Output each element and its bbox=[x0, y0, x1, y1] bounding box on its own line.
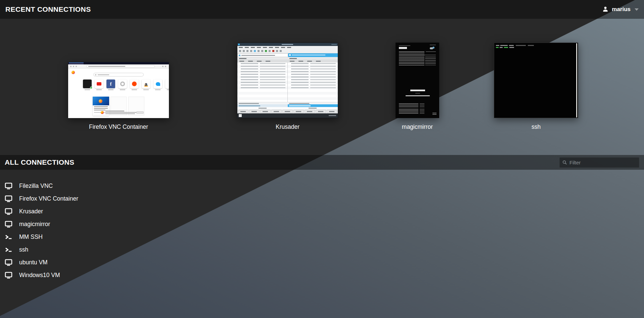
wikipedia-tile bbox=[118, 80, 127, 88]
terminal-tile bbox=[83, 80, 92, 88]
weather-icon bbox=[430, 47, 434, 50]
all-connections-title: ALL CONNECTIONS bbox=[5, 158, 74, 166]
connection-item-krusader[interactable]: Krusader bbox=[5, 205, 112, 218]
user-name: marius bbox=[612, 6, 631, 13]
recent-label[interactable]: Krusader bbox=[237, 123, 338, 130]
clock-display bbox=[399, 47, 407, 49]
empty-tile bbox=[165, 80, 169, 88]
facebook-tile: f bbox=[106, 80, 115, 88]
column-headers bbox=[237, 60, 338, 62]
taskbar bbox=[237, 113, 338, 118]
cookie-banner bbox=[101, 110, 146, 115]
function-key-buttons bbox=[237, 109, 338, 113]
address-bars bbox=[237, 53, 338, 57]
browser-toolbar bbox=[68, 64, 169, 68]
connection-item-firefox-vnc-container[interactable]: Firefox VNC Container bbox=[5, 192, 112, 205]
status-bars bbox=[237, 104, 338, 107]
compliment-text bbox=[410, 90, 425, 91]
monitor-icon bbox=[5, 272, 12, 279]
monitor-icon bbox=[5, 259, 12, 266]
terminal-scrollbar bbox=[576, 43, 577, 117]
terminal-icon bbox=[5, 233, 12, 241]
calendar-list bbox=[399, 51, 424, 65]
bottom-right-widget bbox=[432, 113, 436, 115]
user-icon bbox=[602, 6, 609, 13]
terminal-icon bbox=[5, 246, 12, 253]
recent-label[interactable]: magicmirror bbox=[396, 123, 439, 130]
owner-row bbox=[237, 107, 338, 109]
mini-calendar bbox=[425, 57, 436, 65]
page-search-bar bbox=[93, 73, 144, 76]
monitor-icon bbox=[5, 208, 12, 215]
firefox-logo-icon bbox=[72, 71, 75, 74]
connection-list: Filezilla VNC Firefox VNC Container Krus… bbox=[5, 179, 112, 281]
window-title-bar bbox=[237, 43, 338, 46]
browser-tab-bar bbox=[68, 62, 169, 64]
monitor-icon bbox=[5, 221, 12, 228]
all-connections-bar: ALL CONNECTIONS bbox=[0, 155, 644, 170]
pane-headers bbox=[237, 57, 338, 60]
connection-item-ubuntu-vm[interactable]: ubuntu VM bbox=[5, 256, 112, 269]
connection-item-filezilla-vnc[interactable]: Filezilla VNC bbox=[5, 179, 112, 192]
news-feed-values bbox=[420, 103, 424, 115]
amazon-tile: a bbox=[142, 80, 150, 88]
recent-label[interactable]: Firefox VNC Container bbox=[68, 123, 169, 130]
recent-thumbnail-firefox-vnc-container[interactable]: f a bbox=[68, 62, 169, 118]
twitter-tile bbox=[153, 80, 162, 88]
youtube-tile bbox=[95, 80, 103, 88]
search-icon bbox=[562, 160, 567, 165]
connection-item-mm-ssh[interactable]: MM SSH bbox=[5, 230, 112, 243]
reddit-tile bbox=[130, 80, 139, 88]
top-bar: RECENT CONNECTIONS marius bbox=[0, 0, 644, 19]
totals-row bbox=[237, 102, 338, 104]
chevron-down-icon bbox=[635, 8, 639, 11]
recent-thumbnail-ssh[interactable] bbox=[494, 43, 578, 118]
news-feed bbox=[399, 103, 418, 115]
file-listings bbox=[237, 62, 338, 102]
toolbar bbox=[237, 49, 338, 53]
monitor-icon bbox=[5, 182, 12, 190]
recent-thumbnail-magicmirror[interactable] bbox=[396, 43, 439, 118]
recent-thumbnail-krusader[interactable] bbox=[237, 43, 338, 118]
user-menu[interactable]: marius bbox=[602, 6, 639, 13]
connection-item-magicmirror[interactable]: magicmirror bbox=[5, 218, 112, 230]
menu-bar bbox=[237, 46, 338, 49]
recent-connections-title: RECENT CONNECTIONS bbox=[5, 5, 91, 13]
recent-label[interactable]: ssh bbox=[494, 123, 578, 130]
shortcut-tiles: f a bbox=[83, 80, 169, 88]
connection-item-ssh[interactable]: ssh bbox=[5, 243, 112, 256]
connection-item-windows10-vm[interactable]: Windows10 VM bbox=[5, 269, 112, 281]
filter-input[interactable] bbox=[569, 160, 636, 165]
monitor-icon bbox=[5, 195, 12, 202]
filter-box[interactable] bbox=[559, 157, 639, 168]
